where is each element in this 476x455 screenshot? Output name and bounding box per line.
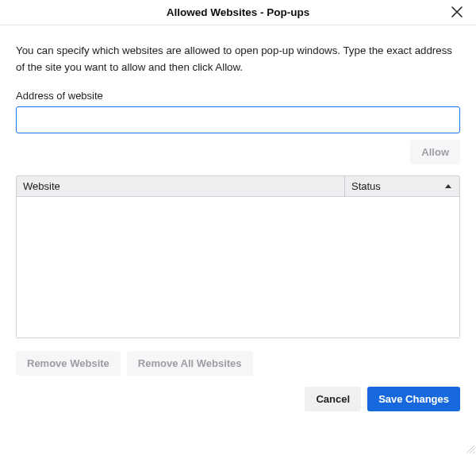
grid-body <box>17 197 459 337</box>
close-icon <box>451 6 463 20</box>
dialog-content: You can specify which websites are allow… <box>0 25 476 411</box>
resize-handle[interactable] <box>464 443 475 454</box>
footer-buttons-row: Cancel Save Changes <box>16 387 460 411</box>
cancel-button[interactable]: Cancel <box>305 387 361 411</box>
grid-header: Website Status <box>17 176 459 197</box>
remove-website-button[interactable]: Remove Website <box>16 351 121 376</box>
address-input[interactable] <box>16 106 460 133</box>
dialog-description: You can specify which websites are allow… <box>16 43 460 75</box>
sort-ascending-icon <box>445 184 451 188</box>
dialog-title: Allowed Websites - Pop-ups <box>167 6 310 18</box>
websites-grid: Website Status <box>16 175 460 338</box>
column-header-status[interactable]: Status <box>345 176 459 196</box>
column-header-website[interactable]: Website <box>17 176 345 196</box>
dialog-header: Allowed Websites - Pop-ups <box>0 0 476 25</box>
allow-row: Allow <box>16 140 460 164</box>
column-status-label: Status <box>351 180 381 192</box>
column-website-label: Website <box>23 180 60 192</box>
remove-all-websites-button[interactable]: Remove All Websites <box>127 351 253 376</box>
save-changes-button[interactable]: Save Changes <box>367 387 460 411</box>
remove-buttons-row: Remove Website Remove All Websites <box>16 351 460 376</box>
allow-button[interactable]: Allow <box>410 140 460 164</box>
resize-grip-icon <box>464 445 475 455</box>
close-button[interactable] <box>447 3 466 22</box>
address-label: Address of website <box>16 90 460 102</box>
